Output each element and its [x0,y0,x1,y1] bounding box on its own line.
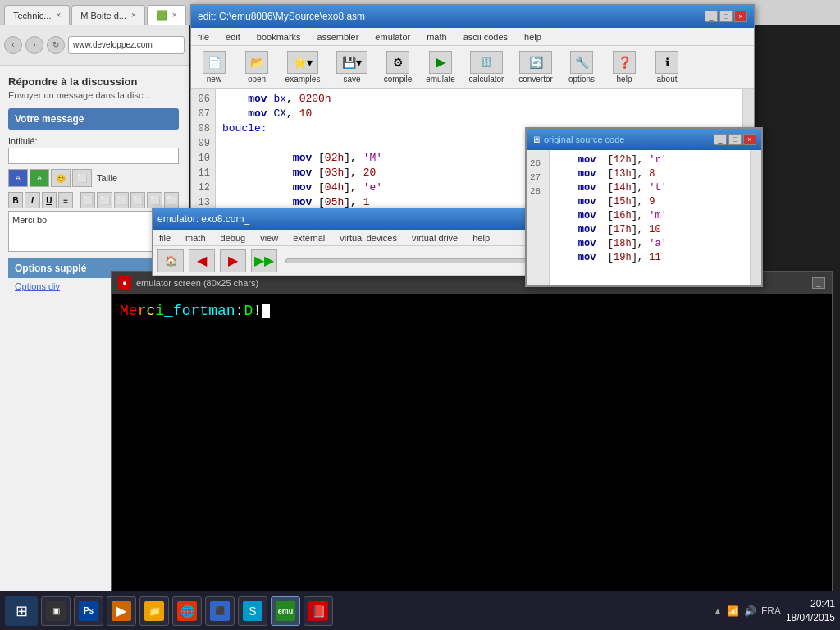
extra-btn6[interactable]: ⬜ [164,192,179,208]
extra-btn2[interactable]: ⬜ [97,192,112,208]
menu-math[interactable]: math [423,30,450,43]
about-icon: ℹ [655,51,678,74]
extra-btn4[interactable]: ⬜ [130,192,145,208]
src-maximize-btn[interactable]: □ [728,134,742,145]
tool-convertor[interactable]: 🔄 convertor [513,49,559,85]
emu-menu-file[interactable]: file [156,231,174,244]
menu-file[interactable]: file [194,30,212,43]
src-minimize-btn[interactable]: _ [714,134,727,145]
taskbar-app-6[interactable]: ⬛ [205,596,235,626]
editor-maximize-btn[interactable]: □ [719,11,733,22]
editor-menu: file edit bookmarks assembler emulator m… [191,28,754,46]
src-code-content: 26 27 28 mov [12h], 'r' mov [13h], 8 mov… [527,150,761,285]
menu-help[interactable]: help [521,30,545,43]
menu-edit[interactable]: edit [222,30,244,43]
bold-btn[interactable]: B [8,192,23,208]
menu-assembler[interactable]: assembler [314,30,363,43]
emu-menu-virtual-devices[interactable]: virtual devices [336,231,400,244]
clock-time: 20:41 [786,597,835,611]
bg-color-btn[interactable]: A [30,169,49,187]
src-close-btn[interactable]: × [743,134,756,145]
screen-minimize-btn[interactable]: _ [812,277,825,289]
taskbar-icon-9: 📕 [308,601,328,621]
extra-btn5[interactable]: ⬜ [147,192,162,208]
menu-ascii[interactable]: ascii codes [460,30,511,43]
align-btn[interactable]: ≡ [58,192,73,208]
emu-btn-back[interactable]: ◀ [189,249,215,272]
examples-icon: ⭐▾ [287,51,318,74]
emu-menu-math[interactable]: math [182,231,208,244]
char-colon: : [235,303,244,319]
original-source-window: 🖥 original source code _ □ × 26 27 28 mo… [525,127,763,287]
save-label: save [343,75,360,84]
src-line-26: mov [12h], 'r' [555,153,745,167]
emu-menu-debug[interactable]: debug [217,231,249,244]
tool-calculator[interactable]: 🔢 calculator [463,49,509,85]
tool-emulate[interactable]: ▶ emulate [421,49,460,85]
taskbar-app-5[interactable]: 🌐 [172,596,202,626]
taskbar-app-3[interactable]: ▶ [107,596,136,626]
src-line-33: mov [19h], 11 [555,251,745,265]
taskbar-app-7[interactable]: S [238,596,267,626]
size-btn[interactable]: ⬜ [72,169,92,187]
extra-btn3[interactable]: ⬜ [114,192,129,208]
emu-btn-home[interactable]: 🏠 [158,249,184,272]
font-color-btn[interactable]: A [8,169,28,187]
taskbar-app-9[interactable]: 📕 [304,596,333,626]
char-D: D [244,303,253,319]
new-label: new [207,75,221,84]
tool-save[interactable]: 💾▾ save [329,49,375,85]
tab-3-close[interactable]: × [172,11,177,20]
taskbar-app-2[interactable]: Ps [74,596,103,626]
tool-options[interactable]: 🔧 options [562,49,601,85]
tab-3[interactable]: 🟩 × [147,5,186,25]
tool-compile[interactable]: ⚙ compile [378,49,418,85]
url-bar[interactable]: www.developpez.com [68,36,185,54]
emu-menu-view[interactable]: view [257,231,281,244]
tab-1-close[interactable]: × [56,11,61,20]
emoji-btn[interactable]: 😊 [51,169,71,187]
taskbar-app-1[interactable]: ▣ [41,596,71,626]
tab-2[interactable]: M Boite d... × [71,5,144,25]
tab-1[interactable]: Technic... × [4,5,70,25]
extra-btn1[interactable]: ⬜ [80,192,95,208]
start-button[interactable]: ⊞ [5,596,38,626]
underline-btn[interactable]: U [42,192,57,208]
emu-menu-help[interactable]: help [469,231,493,244]
emu-menu-external[interactable]: external [290,231,328,244]
menu-emulator[interactable]: emulator [372,30,413,43]
back-button[interactable]: ‹ [4,36,22,54]
editor-close-btn[interactable]: × [734,11,747,22]
forward-button[interactable]: › [25,36,43,54]
tool-examples[interactable]: ⭐▾ examples [280,49,326,85]
emu-menu-virtual-drive[interactable]: virtual drive [409,231,461,244]
taille-label: Taille [97,173,117,183]
tool-new[interactable]: 📄 new [194,49,234,85]
new-icon: 📄 [203,51,226,74]
char-c: c [146,303,155,319]
tab-2-close[interactable]: × [131,11,136,20]
intitule-input[interactable] [8,148,179,164]
emu-btn-run[interactable]: ▶▶ [251,249,277,272]
taskbar-app-4[interactable]: 📁 [139,596,169,626]
refresh-button[interactable]: ↻ [47,36,65,54]
tool-help[interactable]: ❓ help [605,49,644,85]
taskbar-icon-4: 📁 [144,601,164,621]
tool-about[interactable]: ℹ about [647,49,687,85]
emu-btn-step[interactable]: ▶ [220,249,246,272]
editor-minimize-btn[interactable]: _ [705,11,718,22]
tray-up-icon[interactable]: ▲ [714,606,722,615]
menu-bookmarks[interactable]: bookmarks [253,30,304,43]
taskbar: ⊞ ▣ Ps ▶ 📁 🌐 ⬛ S emu 📕 ▲ 📶 🔊 FRA 20:41 1… [0,591,840,630]
src-line-31: mov [17h], 10 [555,223,745,237]
src-code-lines[interactable]: mov [12h], 'r' mov [13h], 8 mov [14h], '… [550,150,750,285]
taskbar-app-8[interactable]: emu [271,596,300,626]
italic-btn[interactable]: I [25,192,39,208]
char-i: i [155,303,164,319]
options-title: Options supplé [15,262,86,274]
tool-open[interactable]: 📂 open [237,49,276,85]
src-line-numbers: 26 27 28 [527,150,550,285]
taskbar-icon-3: ▶ [112,601,131,621]
src-scrollbar[interactable] [750,150,761,285]
url-text: www.developpez.com [73,40,153,49]
